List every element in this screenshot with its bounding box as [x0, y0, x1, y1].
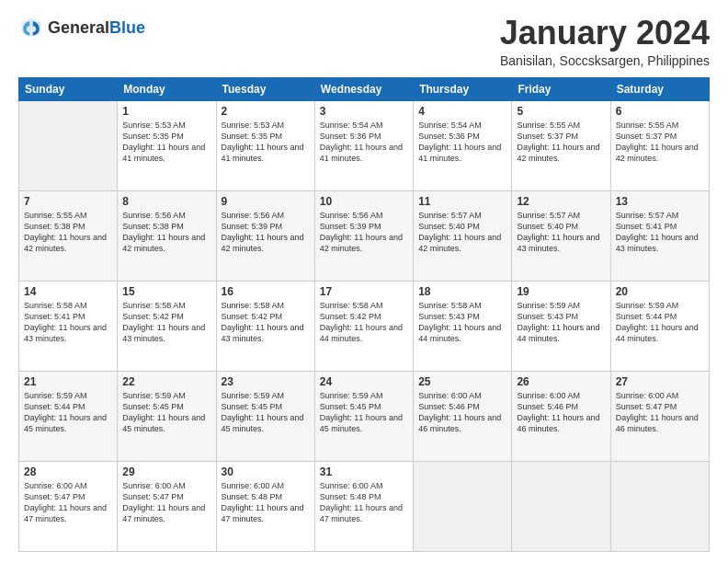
week-row-2: 7Sunrise: 5:55 AM Sunset: 5:38 PM Daylig… — [19, 190, 710, 281]
title-block: January 2024 Banisilan, Soccsksargen, Ph… — [500, 15, 710, 68]
day-cell: 21Sunrise: 5:59 AM Sunset: 5:44 PM Dayli… — [19, 371, 118, 461]
day-info: Sunrise: 5:55 AM Sunset: 5:37 PM Dayligh… — [616, 120, 704, 165]
weekday-monday: Monday — [118, 77, 216, 100]
day-number: 25 — [418, 375, 506, 388]
day-info: Sunrise: 5:59 AM Sunset: 5:44 PM Dayligh… — [616, 300, 704, 345]
day-cell — [19, 100, 118, 190]
day-info: Sunrise: 6:00 AM Sunset: 5:46 PM Dayligh… — [418, 390, 506, 435]
day-cell: 20Sunrise: 5:59 AM Sunset: 5:44 PM Dayli… — [610, 281, 709, 371]
day-info: Sunrise: 5:59 AM Sunset: 5:44 PM Dayligh… — [24, 390, 112, 435]
day-number: 16 — [222, 285, 310, 298]
day-number: 9 — [222, 195, 310, 208]
day-number: 20 — [616, 285, 704, 298]
logo-icon — [18, 15, 44, 40]
day-cell: 23Sunrise: 5:59 AM Sunset: 5:45 PM Dayli… — [216, 371, 314, 461]
day-cell: 14Sunrise: 5:58 AM Sunset: 5:41 PM Dayli… — [19, 281, 118, 371]
week-row-5: 28Sunrise: 6:00 AM Sunset: 5:47 PM Dayli… — [19, 461, 710, 551]
day-number: 19 — [517, 285, 605, 298]
day-cell: 16Sunrise: 5:58 AM Sunset: 5:42 PM Dayli… — [216, 281, 314, 371]
day-cell: 15Sunrise: 5:58 AM Sunset: 5:42 PM Dayli… — [118, 281, 216, 371]
week-row-3: 14Sunrise: 5:58 AM Sunset: 5:41 PM Dayli… — [19, 281, 710, 371]
weekday-sunday: Sunday — [19, 77, 118, 100]
day-info: Sunrise: 5:59 AM Sunset: 5:45 PM Dayligh… — [222, 390, 310, 435]
day-info: Sunrise: 5:57 AM Sunset: 5:40 PM Dayligh… — [418, 210, 506, 255]
day-info: Sunrise: 6:00 AM Sunset: 5:47 PM Dayligh… — [122, 480, 210, 525]
day-number: 23 — [222, 375, 310, 388]
day-number: 26 — [517, 375, 605, 388]
day-number: 29 — [122, 465, 210, 478]
day-number: 2 — [222, 105, 310, 118]
day-number: 6 — [616, 105, 704, 118]
day-info: Sunrise: 5:57 AM Sunset: 5:41 PM Dayligh… — [616, 210, 704, 255]
day-info: Sunrise: 5:55 AM Sunset: 5:37 PM Dayligh… — [517, 120, 605, 165]
weekday-friday: Friday — [512, 77, 610, 100]
day-cell: 2Sunrise: 5:53 AM Sunset: 5:35 PM Daylig… — [216, 100, 314, 190]
day-info: Sunrise: 5:56 AM Sunset: 5:39 PM Dayligh… — [222, 210, 310, 255]
day-number: 31 — [320, 465, 408, 478]
day-number: 7 — [24, 195, 112, 208]
day-cell: 9Sunrise: 5:56 AM Sunset: 5:39 PM Daylig… — [216, 190, 314, 281]
day-info: Sunrise: 5:58 AM Sunset: 5:42 PM Dayligh… — [222, 300, 310, 345]
day-info: Sunrise: 5:55 AM Sunset: 5:38 PM Dayligh… — [24, 210, 112, 255]
weekday-header-row: SundayMondayTuesdayWednesdayThursdayFrid… — [19, 77, 710, 100]
day-cell: 5Sunrise: 5:55 AM Sunset: 5:37 PM Daylig… — [512, 100, 610, 190]
day-number: 11 — [418, 195, 506, 208]
day-cell: 6Sunrise: 5:55 AM Sunset: 5:37 PM Daylig… — [610, 100, 709, 190]
day-number: 8 — [122, 195, 210, 208]
day-cell — [414, 461, 512, 551]
day-number: 4 — [418, 105, 506, 118]
day-cell: 25Sunrise: 6:00 AM Sunset: 5:46 PM Dayli… — [414, 371, 512, 461]
day-cell — [512, 461, 610, 551]
day-number: 1 — [122, 105, 210, 118]
day-cell: 4Sunrise: 5:54 AM Sunset: 5:36 PM Daylig… — [414, 100, 512, 190]
day-number: 18 — [418, 285, 506, 298]
day-cell: 31Sunrise: 6:00 AM Sunset: 5:48 PM Dayli… — [314, 461, 413, 551]
day-info: Sunrise: 5:59 AM Sunset: 5:43 PM Dayligh… — [517, 300, 605, 345]
day-info: Sunrise: 5:54 AM Sunset: 5:36 PM Dayligh… — [320, 120, 408, 165]
weekday-wednesday: Wednesday — [314, 77, 413, 100]
weekday-tuesday: Tuesday — [216, 77, 314, 100]
calendar-page: General Blue January 2024 Banisilan, Soc… — [0, 0, 728, 563]
calendar-subtitle: Banisilan, Soccsksargen, Philippines — [500, 53, 710, 68]
day-cell: 22Sunrise: 5:59 AM Sunset: 5:45 PM Dayli… — [118, 371, 216, 461]
weekday-saturday: Saturday — [610, 77, 709, 100]
logo-text: General Blue — [48, 18, 145, 38]
day-info: Sunrise: 6:00 AM Sunset: 5:48 PM Dayligh… — [222, 480, 310, 525]
day-number: 17 — [320, 285, 408, 298]
day-info: Sunrise: 5:59 AM Sunset: 5:45 PM Dayligh… — [122, 390, 210, 435]
day-info: Sunrise: 5:56 AM Sunset: 5:39 PM Dayligh… — [320, 210, 408, 255]
day-info: Sunrise: 6:00 AM Sunset: 5:47 PM Dayligh… — [616, 390, 704, 435]
day-cell: 29Sunrise: 6:00 AM Sunset: 5:47 PM Dayli… — [118, 461, 216, 551]
day-number: 24 — [320, 375, 408, 388]
logo: General Blue — [18, 15, 145, 40]
day-cell: 18Sunrise: 5:58 AM Sunset: 5:43 PM Dayli… — [414, 281, 512, 371]
day-cell: 13Sunrise: 5:57 AM Sunset: 5:41 PM Dayli… — [610, 190, 709, 281]
day-cell: 24Sunrise: 5:59 AM Sunset: 5:45 PM Dayli… — [314, 371, 413, 461]
day-number: 3 — [320, 105, 408, 118]
logo-general: General — [48, 18, 109, 38]
day-number: 30 — [222, 465, 310, 478]
day-info: Sunrise: 6:00 AM Sunset: 5:48 PM Dayligh… — [320, 480, 408, 525]
day-number: 21 — [24, 375, 112, 388]
day-cell: 11Sunrise: 5:57 AM Sunset: 5:40 PM Dayli… — [414, 190, 512, 281]
day-number: 13 — [616, 195, 704, 208]
day-info: Sunrise: 6:00 AM Sunset: 5:46 PM Dayligh… — [517, 390, 605, 435]
day-cell — [610, 461, 709, 551]
day-cell: 17Sunrise: 5:58 AM Sunset: 5:42 PM Dayli… — [314, 281, 413, 371]
day-info: Sunrise: 5:56 AM Sunset: 5:38 PM Dayligh… — [122, 210, 210, 255]
day-info: Sunrise: 5:58 AM Sunset: 5:42 PM Dayligh… — [122, 300, 210, 345]
day-info: Sunrise: 5:57 AM Sunset: 5:40 PM Dayligh… — [517, 210, 605, 255]
day-number: 27 — [616, 375, 704, 388]
calendar-title: January 2024 — [500, 15, 710, 52]
week-row-1: 1Sunrise: 5:53 AM Sunset: 5:35 PM Daylig… — [19, 100, 710, 190]
day-info: Sunrise: 5:58 AM Sunset: 5:42 PM Dayligh… — [320, 300, 408, 345]
day-cell: 1Sunrise: 5:53 AM Sunset: 5:35 PM Daylig… — [118, 100, 216, 190]
day-cell: 27Sunrise: 6:00 AM Sunset: 5:47 PM Dayli… — [610, 371, 709, 461]
day-info: Sunrise: 5:58 AM Sunset: 5:43 PM Dayligh… — [418, 300, 506, 345]
day-info: Sunrise: 5:54 AM Sunset: 5:36 PM Dayligh… — [418, 120, 506, 165]
day-number: 15 — [122, 285, 210, 298]
day-cell: 10Sunrise: 5:56 AM Sunset: 5:39 PM Dayli… — [314, 190, 413, 281]
day-info: Sunrise: 5:59 AM Sunset: 5:45 PM Dayligh… — [320, 390, 408, 435]
day-cell: 26Sunrise: 6:00 AM Sunset: 5:46 PM Dayli… — [512, 371, 610, 461]
day-number: 14 — [24, 285, 112, 298]
